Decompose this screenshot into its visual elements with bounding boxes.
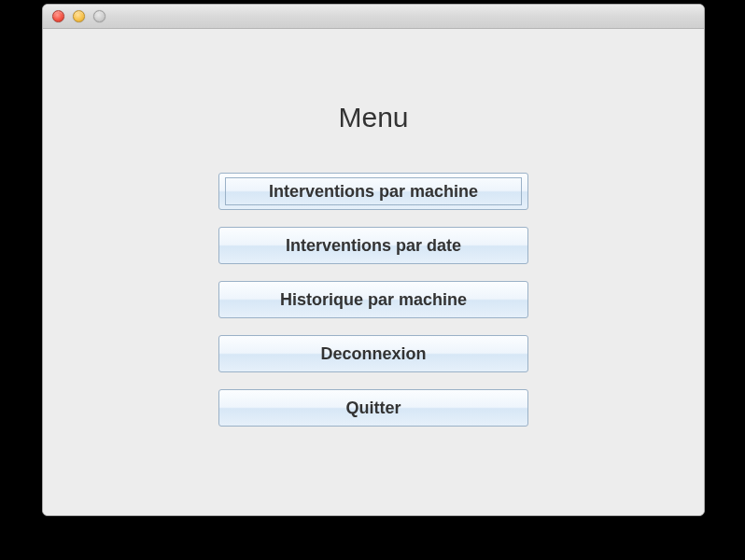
historique-par-machine-button[interactable]: Historique par machine: [218, 281, 528, 318]
window-content: Menu Interventions par machine Intervent…: [43, 29, 704, 515]
close-icon[interactable]: [52, 10, 64, 22]
app-window: Menu Interventions par machine Intervent…: [42, 4, 705, 516]
button-label: Historique par machine: [280, 290, 467, 310]
button-label: Quitter: [345, 399, 401, 418]
deconnexion-button[interactable]: Deconnexion: [218, 335, 528, 372]
button-label: Interventions par machine: [269, 182, 478, 202]
titlebar: [43, 5, 704, 29]
interventions-par-machine-button[interactable]: Interventions par machine: [218, 173, 528, 210]
button-label: Deconnexion: [320, 344, 426, 364]
page-title: Menu: [338, 102, 408, 133]
menu-button-group: Interventions par machine Interventions …: [218, 173, 528, 427]
minimize-icon[interactable]: [73, 10, 85, 22]
quitter-button[interactable]: Quitter: [218, 389, 528, 427]
button-label: Interventions par date: [286, 236, 461, 256]
interventions-par-date-button[interactable]: Interventions par date: [218, 227, 528, 264]
maximize-icon[interactable]: [93, 10, 105, 22]
